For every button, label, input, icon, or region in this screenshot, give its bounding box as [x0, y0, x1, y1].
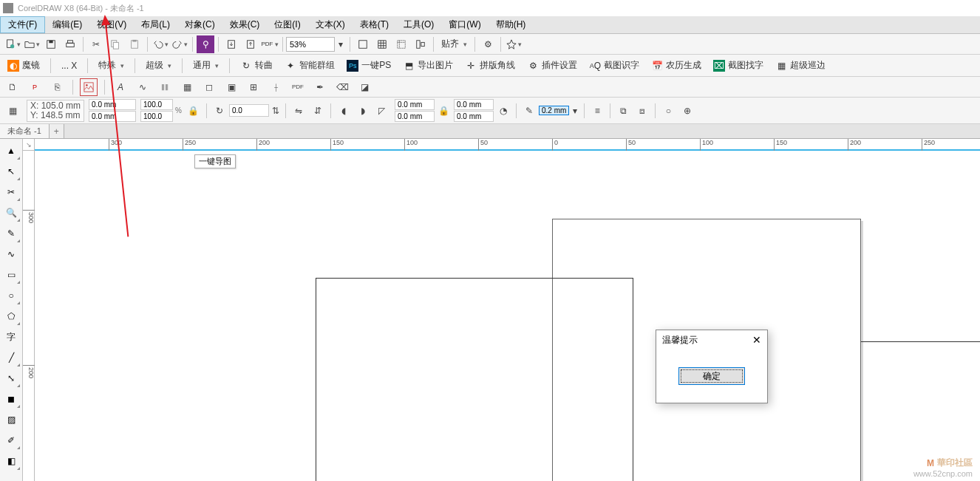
corner-bl-input[interactable] — [395, 111, 435, 122]
special-dropdown[interactable]: 特殊 — [94, 57, 129, 75]
wrap-text-icon[interactable]: ≡ — [588, 102, 606, 120]
corner-tr-input[interactable] — [454, 99, 494, 110]
menu-table[interactable]: 表格(T) — [353, 16, 396, 33]
save-button[interactable] — [42, 35, 60, 53]
canvas[interactable]: 一键导图 — [35, 151, 980, 481]
x-button[interactable]: ... X — [57, 57, 81, 75]
copy-button[interactable] — [106, 35, 124, 53]
corner-round-icon[interactable]: ◖ — [335, 102, 353, 120]
scalex-input[interactable] — [140, 99, 173, 110]
new-button[interactable] — [4, 35, 21, 53]
general-dropdown[interactable]: 通用 — [188, 57, 223, 75]
crop-tool[interactable]: ✂ — [1, 182, 21, 202]
artistic-tool[interactable]: ∿ — [1, 244, 21, 265]
menu-view[interactable]: 视图(V) — [89, 16, 134, 33]
zoom-dropdown[interactable]: ▾ — [336, 35, 346, 53]
pick-tool[interactable]: ▲ — [1, 140, 21, 161]
barcode-icon[interactable]: ⦀⦀ — [156, 78, 174, 96]
rot-spinner[interactable]: ⇅ — [270, 102, 282, 120]
corner-lock-icon[interactable]: 🔒 — [435, 102, 453, 120]
zhineng-button[interactable]: ✦智能群组 — [280, 57, 339, 75]
doc-tab-1[interactable]: 未命名 -1 — [0, 124, 50, 138]
table-icon[interactable]: ⊞ — [245, 78, 262, 96]
dialog-close-icon[interactable]: ✕ — [752, 334, 761, 346]
zhuanqu-button[interactable]: ↻转曲 — [236, 57, 277, 75]
relative-corner-icon[interactable]: ◔ — [494, 102, 512, 120]
paste-button[interactable] — [126, 35, 143, 53]
lock-ratio-icon[interactable]: 🔒 — [185, 102, 203, 120]
freehand-tool[interactable]: ✎ — [1, 223, 21, 244]
eyedropper-tool[interactable]: ✐ — [1, 430, 21, 451]
rotate-icon[interactable]: ↻ — [211, 102, 228, 120]
mirror-v-icon[interactable]: ⇵ — [309, 102, 327, 120]
dialog-ok-button[interactable]: 确定 — [678, 367, 745, 385]
effect-icon[interactable]: ◪ — [355, 78, 373, 96]
zoom-input[interactable] — [286, 37, 335, 52]
menu-object[interactable]: 对象(C) — [177, 16, 222, 33]
menu-tool[interactable]: 工具(O) — [396, 16, 441, 33]
width-input[interactable] — [89, 99, 136, 110]
pdf2-icon[interactable]: PDF — [289, 78, 307, 96]
ellipse-tool[interactable]: ○ — [1, 285, 21, 306]
scaley-input[interactable] — [140, 111, 173, 122]
import-button[interactable] — [222, 35, 240, 53]
menu-edit[interactable]: 编辑(E) — [45, 16, 89, 33]
jietu2-button[interactable]: ⌧截图找字 — [709, 57, 768, 75]
corner-chamfer-icon[interactable]: ◸ — [373, 102, 391, 120]
icon-export2[interactable]: ⎘ — [48, 78, 66, 96]
menu-layout[interactable]: 布局(L) — [134, 16, 177, 33]
icon-pdf[interactable]: P — [26, 78, 44, 96]
ruler-vertical[interactable]: 300 200 — [23, 151, 35, 481]
menu-bitmap[interactable]: 位图(I) — [267, 16, 307, 33]
outline-pen-icon[interactable]: ✎ — [520, 102, 538, 120]
super-dropdown[interactable]: 超级 — [141, 57, 176, 75]
outline-width-input[interactable]: 0.2 mm — [539, 106, 569, 115]
text-tool[interactable]: 字 — [1, 327, 21, 347]
open-button[interactable] — [23, 35, 41, 53]
shape1-icon[interactable]: ◻ — [200, 78, 218, 96]
shape-tool[interactable]: ↖ — [1, 161, 21, 182]
pinban-button[interactable]: ✛拼版角线 — [460, 57, 520, 75]
qr-icon[interactable]: ▦ — [178, 78, 196, 96]
menu-text[interactable]: 文本(X) — [308, 16, 353, 33]
menu-help[interactable]: 帮助(H) — [489, 16, 534, 33]
daochu-button[interactable]: ⬒导出图片 — [398, 57, 457, 75]
nongli-button[interactable]: 📅农历生成 — [647, 57, 706, 75]
guides-button[interactable] — [392, 35, 410, 53]
corner-tl-input[interactable] — [395, 99, 435, 110]
ruler-origin-icon[interactable]: ↘ — [23, 139, 35, 151]
back-icon[interactable]: ⧈ — [633, 102, 651, 120]
convert-curve-icon[interactable]: ○ — [659, 102, 677, 120]
snap-dropdown[interactable]: 贴齐 — [437, 35, 472, 53]
parallel-dim-tool[interactable]: ╱ — [1, 347, 21, 368]
text-icon[interactable]: A — [112, 78, 129, 96]
ruler-horizontal[interactable]: 300 250 200 150 100 50 0 50 100 150 200 … — [35, 139, 980, 151]
drawing-rectangle[interactable] — [316, 278, 633, 481]
pen-icon[interactable]: ✒ — [311, 78, 329, 96]
yijianps-button[interactable]: Ps一键PS — [342, 57, 395, 75]
origin-grid-icon[interactable]: ▦ — [4, 102, 21, 120]
rectangle-tool[interactable]: ▭ — [1, 265, 21, 285]
corner-scallop-icon[interactable]: ◗ — [354, 102, 372, 120]
outline-dropdown[interactable]: ▾ — [570, 102, 580, 120]
drop-shadow-tool[interactable]: ◼ — [1, 389, 21, 409]
shape2-icon[interactable]: ▣ — [222, 78, 240, 96]
fullscreen-button[interactable] — [354, 35, 372, 53]
curve-icon[interactable]: ∿ — [134, 78, 152, 96]
connector-tool[interactable]: ⤡ — [1, 368, 21, 389]
chaoji-button[interactable]: ▦超级巡边 — [771, 57, 830, 75]
grid-button[interactable] — [373, 35, 391, 53]
menu-effect[interactable]: 效果(C) — [222, 16, 268, 33]
add-doc-tab[interactable]: + — [50, 124, 64, 138]
undo-button[interactable] — [152, 35, 169, 53]
ruler-icon[interactable]: ⟊ — [267, 78, 285, 96]
publish-pdf-button[interactable]: PDF — [261, 35, 279, 53]
export-button[interactable] — [242, 35, 259, 53]
transparency-tool[interactable]: ▨ — [1, 409, 21, 430]
menu-window[interactable]: 窗口(W) — [441, 16, 488, 33]
options-button[interactable]: ⚙ — [479, 35, 497, 53]
zoom-tool[interactable]: 🔍 — [1, 202, 21, 223]
icon-doc[interactable]: 🗋 — [4, 78, 21, 96]
print-button[interactable] — [61, 35, 79, 53]
launch-button[interactable] — [505, 35, 523, 53]
